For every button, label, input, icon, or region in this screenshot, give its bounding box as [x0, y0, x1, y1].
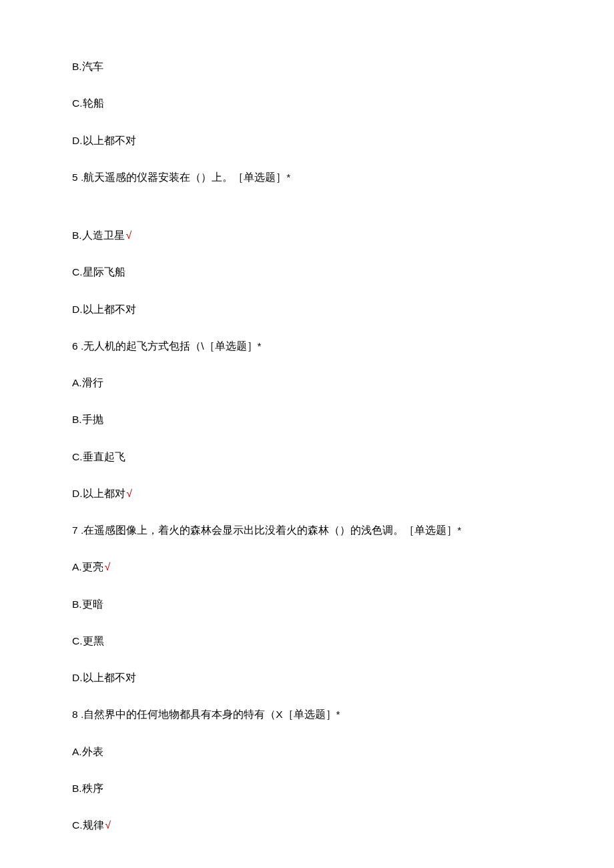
option-text: 星际飞船 [83, 266, 125, 278]
option-letter: B. [72, 598, 82, 610]
option-line: C.轮船 [72, 95, 542, 111]
check-mark-icon: √ [105, 561, 111, 572]
option-text: 秩序 [82, 783, 103, 794]
option-text: 规律 [83, 819, 104, 831]
option-line: D.以上都不对 [72, 302, 542, 317]
question-stem: 5 .航天遥感的仪器安装在（）上。［单选题］* [72, 169, 542, 185]
option-line: B.人造卫星√ [72, 228, 542, 243]
option-letter: C. [72, 266, 83, 278]
option-letter: B. [72, 61, 82, 72]
option-line: C.更黑 [72, 633, 542, 648]
option-text: 滑行 [82, 377, 103, 388]
option-letter: B. [72, 414, 82, 425]
option-letter: C. [72, 451, 83, 462]
option-letter: D. [72, 672, 83, 683]
option-letter: C. [72, 819, 83, 831]
option-line: A.外表 [72, 744, 542, 759]
question-stem: 8 .自然界中的任何地物都具有本身的特有（X［单选题］* [72, 707, 542, 722]
blank-spacer [72, 206, 542, 228]
question-text: 在遥感图像上，着火的森林会显示出比没着火的森林（）的浅色调。［单选题］* [83, 524, 461, 536]
option-text: 汽车 [82, 61, 103, 72]
option-letter: B. [72, 783, 82, 794]
option-text: 垂直起飞 [83, 451, 125, 462]
question-number: 5 [72, 171, 78, 183]
check-mark-icon: √ [126, 230, 132, 241]
option-text: 轮船 [83, 97, 104, 109]
option-line: B.汽车 [72, 59, 542, 74]
option-text: 外表 [82, 746, 103, 757]
question-text: 自然界中的任何地物都具有本身的特有（X［单选题］* [83, 709, 340, 720]
option-text: 更暗 [82, 598, 103, 610]
option-text: 更黑 [83, 635, 104, 646]
option-line: B.秩序 [72, 781, 542, 796]
option-text: 人造卫星 [82, 230, 125, 241]
question-number: 6 [72, 340, 78, 352]
option-line: D.以上都对√ [72, 486, 542, 501]
option-line: D.以上都不对 [72, 133, 542, 148]
option-letter: D. [72, 488, 83, 499]
question-prefix: . [78, 709, 84, 720]
question-prefix: . [78, 524, 84, 536]
option-text: 以上都对 [83, 488, 125, 499]
option-letter: D. [72, 135, 83, 146]
option-letter: D. [72, 304, 83, 315]
check-mark-icon: √ [127, 488, 133, 499]
question-stem: 7 .在遥感图像上，着火的森林会显示出比没着火的森林（）的浅色调。［单选题］* [72, 522, 542, 538]
option-line: B.手抛 [72, 412, 542, 427]
option-line: A.更亮√ [72, 559, 542, 574]
option-text: 以上都不对 [83, 135, 136, 146]
option-text: 以上都不对 [83, 304, 136, 315]
question-number: 7 [72, 524, 78, 536]
option-line: B.更暗 [72, 596, 542, 612]
option-line: A.滑行 [72, 375, 542, 390]
option-letter: B. [72, 230, 82, 241]
option-line: C.垂直起飞 [72, 449, 542, 464]
option-letter: C. [72, 635, 83, 646]
option-line: C.星际飞船 [72, 264, 542, 280]
question-prefix: . [78, 171, 84, 183]
question-text: 无人机的起飞方式包括（\［单选题］* [83, 340, 261, 352]
option-letter: C. [72, 97, 83, 109]
question-stem: 6 .无人机的起飞方式包括（\［单选题］* [72, 338, 542, 354]
option-line: D.以上都不对 [72, 670, 542, 685]
option-line: C.规律√ [72, 817, 542, 833]
option-text: 更亮 [82, 561, 103, 572]
option-letter: A. [72, 377, 82, 388]
option-text: 手抛 [82, 414, 103, 425]
question-text: 航天遥感的仪器安装在（）上。［单选题］* [83, 171, 290, 183]
option-letter: A. [72, 561, 82, 572]
question-prefix: . [78, 340, 84, 352]
check-mark-icon: √ [105, 819, 111, 831]
option-text: 以上都不对 [83, 672, 136, 683]
question-number: 8 [72, 709, 78, 720]
option-letter: A. [72, 746, 82, 757]
